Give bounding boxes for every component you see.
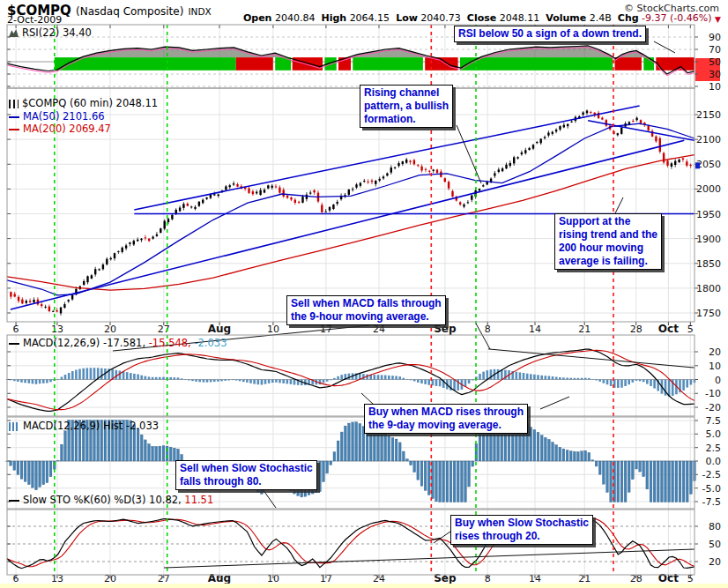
date-label: 14: [529, 324, 541, 335]
price-label: $COMPQ (60 min) 2048.11: [22, 97, 158, 109]
candle-body: [56, 310, 57, 311]
macd-hist-bar: [28, 380, 31, 383]
date-label: Sep: [434, 572, 457, 584]
macd-hist-bar: [516, 372, 518, 380]
macd-hist-bar: [49, 380, 52, 383]
hist-bar: [56, 460, 59, 461]
candle-body: [513, 157, 515, 163]
macd-hist-bar: [32, 380, 34, 384]
macd-hist-bar: [548, 376, 551, 380]
hist-bar: [573, 451, 576, 461]
hist-bar: [544, 437, 546, 461]
hist-bar: [326, 461, 329, 473]
candle-body: [283, 190, 285, 197]
rsi-axis-label: 10: [709, 81, 721, 93]
bottom-margin-strip: [0, 584, 728, 588]
candle-body: [337, 202, 338, 204]
hist-bar: [435, 461, 438, 502]
macd-hist-bar: [210, 380, 212, 383]
candle-body: [555, 130, 557, 131]
candle-body: [160, 228, 161, 233]
candle-body: [663, 153, 665, 163]
hist-bar: [24, 461, 26, 481]
macd-hist-bar: [42, 380, 45, 383]
hist-bar: [468, 461, 471, 487]
date-label: 8: [485, 324, 491, 335]
macd-axis-label: 10: [709, 361, 721, 372]
macd-hist-bar: [337, 376, 339, 380]
candle-body: [463, 205, 464, 207]
macd-hist-bar: [639, 380, 642, 382]
macd-hist-bar: [162, 377, 165, 380]
hist-bar: [446, 461, 449, 502]
candle-body: [298, 202, 300, 203]
macd-hist-bar: [624, 380, 627, 387]
macd-hist-bar: [635, 380, 638, 381]
ma200-legend: MA(200) 2069.47: [9, 123, 111, 135]
candle-body: [301, 197, 303, 203]
macd-hist-bar: [75, 370, 78, 380]
candle-body: [674, 161, 676, 165]
rsi-band-segment: [460, 57, 613, 71]
hist-bar: [10, 461, 12, 465]
candle-body: [325, 212, 327, 212]
macd-hist-bar: [249, 380, 252, 383]
hist-legend: MACD(12,26,9) Hist -2.033: [9, 421, 159, 432]
candle-body: [264, 190, 265, 192]
candle-body: [133, 241, 135, 244]
hist-label: MACD(12,26,9) Hist -2.033: [23, 420, 159, 432]
hist-bar: [64, 431, 67, 461]
macd-hist-bar: [206, 380, 209, 383]
macd-hist-bar: [606, 380, 609, 385]
hist-bar: [548, 439, 551, 461]
annotation-macd-sell: Sell when MACD falls through the 9-hour …: [286, 295, 446, 325]
hist-bar: [344, 426, 346, 461]
hist-bar: [555, 445, 558, 461]
macd-hist-bar: [384, 376, 387, 380]
macd-hist-bar: [348, 374, 351, 380]
hist-bar: [337, 441, 339, 461]
macd-hist-bar: [646, 380, 649, 384]
macd-hist-bar: [177, 377, 180, 379]
macd-hist-bar: [169, 377, 172, 380]
macd-axis-label: 0: [715, 375, 721, 386]
chg-down-arrow-icon: ▼: [715, 15, 721, 24]
candle-body: [635, 118, 637, 121]
macd-hist-bar: [566, 378, 568, 380]
macd-hist-bar: [362, 374, 365, 379]
macd-hist-bar: [213, 380, 216, 383]
date-label: 6: [13, 324, 19, 335]
hist-bar: [602, 461, 605, 484]
macd-hist-bar: [682, 380, 685, 391]
date-label: 20: [104, 324, 116, 335]
candle-body: [433, 170, 435, 171]
candle-body: [213, 194, 215, 195]
candle-body: [145, 237, 146, 238]
date-label: 28: [630, 324, 643, 335]
macd-hist-bar: [519, 372, 522, 379]
candle-body: [205, 197, 207, 199]
macd-hist-bar: [610, 380, 613, 387]
hist-bar: [410, 461, 412, 465]
macd-hist-bar: [468, 380, 471, 384]
macd-hist-bar: [71, 371, 74, 380]
candle-body: [671, 163, 672, 167]
rsi-band-segment: [55, 57, 236, 71]
hist-bar: [540, 435, 543, 461]
macd-hist-bar: [90, 368, 93, 379]
candle-body: [14, 294, 16, 296]
hist-bar: [686, 461, 688, 502]
candle-body: [459, 202, 461, 205]
symbol-exchange: INDX: [188, 6, 211, 17]
candle-body: [686, 161, 687, 166]
candle-body: [678, 160, 680, 162]
macd-hist-bar: [330, 380, 332, 381]
candle-body: [521, 153, 523, 154]
close-label: Close: [467, 12, 496, 24]
date-label: 21: [578, 324, 591, 335]
hist-bar: [152, 446, 154, 461]
hist-bar: [20, 461, 23, 479]
candle-body: [355, 184, 357, 187]
candle-body: [60, 308, 62, 314]
macd-hist-bar: [340, 375, 343, 379]
